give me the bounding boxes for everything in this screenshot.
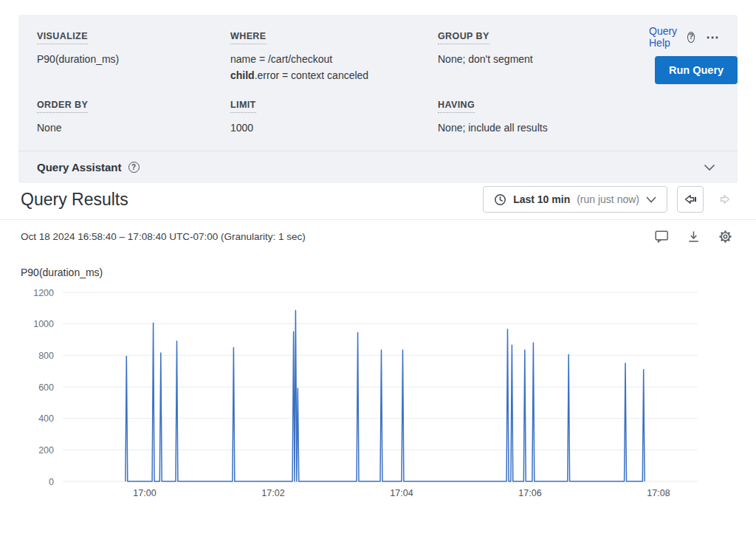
page-title: Query Results [21, 190, 128, 210]
time-range-value: Last 10 min [513, 193, 570, 205]
limit-value[interactable]: 1000 [230, 120, 438, 136]
query-time-window: Oct 18 2024 16:58:40 – 17:08:40 UTC-07:0… [21, 231, 306, 242]
history-forward-button[interactable] [713, 193, 735, 206]
chevron-down-icon[interactable] [704, 164, 715, 171]
where-clause[interactable]: WHERE name = /cart/checkout child.error … [230, 29, 438, 83]
svg-text:400: 400 [38, 413, 54, 424]
query-help-link[interactable]: Query Help [649, 25, 681, 49]
having-clause[interactable]: HAVING None; include all results [438, 97, 649, 136]
order-by-label: ORDER BY [37, 100, 88, 113]
download-button[interactable] [687, 230, 700, 243]
settings-button[interactable] [718, 230, 732, 244]
where-label: WHERE [230, 31, 267, 44]
svg-text:800: 800 [38, 351, 54, 361]
chevron-down-icon [646, 196, 656, 203]
svg-text:600: 600 [38, 382, 54, 393]
query-assistant-bar[interactable]: Query Assistant ? [18, 151, 738, 183]
order-by-value[interactable]: None [37, 120, 230, 136]
svg-text:17:08: 17:08 [647, 488, 670, 498]
query-assistant-help-icon[interactable]: ? [128, 162, 140, 173]
visualize-clause[interactable]: VISUALIZE P90(duration_ms) [37, 29, 230, 67]
arrow-back-icon [683, 193, 698, 206]
having-label: HAVING [438, 100, 475, 113]
query-assistant-title: Query Assistant [37, 161, 122, 173]
group-by-label: GROUP BY [438, 31, 489, 44]
svg-text:1200: 1200 [33, 288, 54, 298]
gear-icon [718, 230, 732, 244]
chart-title: P90(duration_ms) [21, 267, 735, 278]
comments-button[interactable] [655, 230, 669, 243]
svg-text:17:06: 17:06 [518, 488, 541, 498]
visualize-value[interactable]: P90(duration_ms) [37, 51, 230, 67]
group-by-clause[interactable]: GROUP BY None; don't segment [438, 29, 649, 67]
time-range-dropdown[interactable]: Last 10 min (run just now) [483, 186, 667, 213]
clock-icon [494, 193, 506, 206]
svg-text:0: 0 [49, 477, 54, 487]
order-by-clause[interactable]: ORDER BY None [37, 97, 230, 136]
limit-label: LIMIT [230, 100, 256, 113]
where-filter-2[interactable]: child.error = context canceled [230, 67, 438, 83]
visualize-label: VISUALIZE [37, 31, 88, 44]
section-divider [0, 219, 756, 220]
comment-icon [655, 230, 669, 243]
history-back-button[interactable] [677, 186, 704, 213]
arrow-forward-icon [718, 193, 732, 206]
having-value[interactable]: None; include all results [438, 120, 649, 136]
svg-text:17:00: 17:00 [133, 488, 156, 498]
query-builder-panel: VISUALIZE P90(duration_ms) WHERE name = … [18, 15, 738, 183]
results-chart[interactable]: 02004006008001000120017:0017:0217:0417:0… [0, 282, 756, 504]
query-help-question-icon[interactable]: ? [687, 32, 695, 43]
run-query-button[interactable]: Run Query [655, 56, 738, 84]
more-menu-icon[interactable]: ⋯ [706, 30, 718, 45]
download-icon [687, 230, 700, 243]
svg-text:17:02: 17:02 [261, 488, 284, 498]
limit-clause[interactable]: LIMIT 1000 [230, 97, 438, 136]
group-by-value[interactable]: None; don't segment [438, 51, 649, 67]
time-range-note: (run just now) [577, 193, 639, 205]
svg-text:200: 200 [38, 445, 54, 456]
svg-text:17:04: 17:04 [390, 488, 413, 498]
svg-text:1000: 1000 [33, 319, 54, 329]
where-filter-1[interactable]: name = /cart/checkout [230, 51, 438, 67]
